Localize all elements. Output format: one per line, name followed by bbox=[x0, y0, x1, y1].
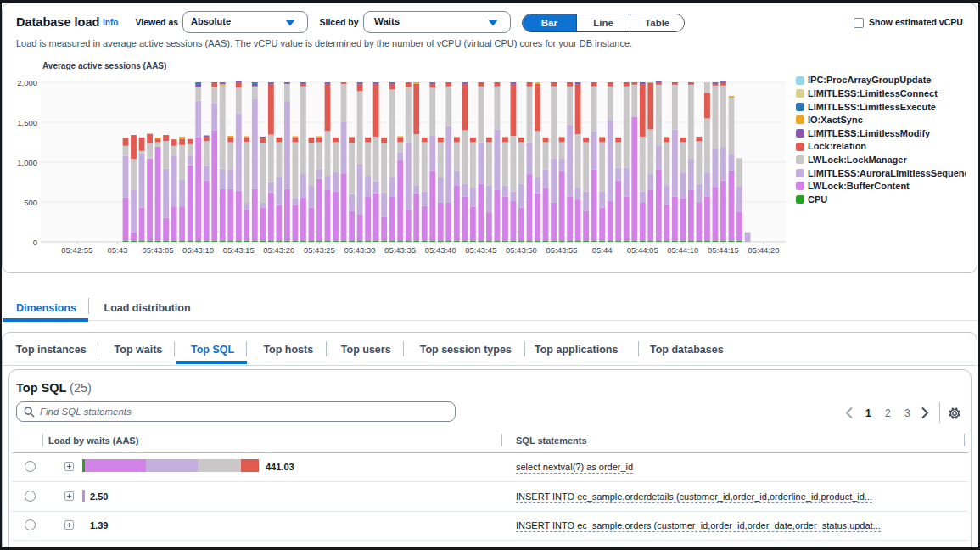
svg-text:05:44:15: 05:44:15 bbox=[708, 245, 739, 255]
svg-text:500: 500 bbox=[24, 198, 37, 207]
svg-text:05:44: 05:44 bbox=[592, 245, 613, 255]
svg-text:05:44:05: 05:44:05 bbox=[627, 245, 658, 255]
svg-text:05:43:05: 05:43:05 bbox=[143, 245, 174, 255]
svg-text:05:44:10: 05:44:10 bbox=[667, 245, 698, 255]
svg-text:05:43:35: 05:43:35 bbox=[384, 245, 416, 255]
svg-text:Average active sessions (AAS): Average active sessions (AAS) bbox=[42, 61, 166, 70]
svg-text:2,000: 2,000 bbox=[17, 78, 37, 87]
svg-text:05:43:45: 05:43:45 bbox=[465, 245, 496, 255]
svg-text:05:43:40: 05:43:40 bbox=[425, 245, 456, 255]
svg-text:05:43:10: 05:43:10 bbox=[182, 245, 214, 255]
svg-text:0: 0 bbox=[33, 238, 37, 247]
svg-text:05:43:20: 05:43:20 bbox=[263, 245, 294, 255]
svg-text:05:44:20: 05:44:20 bbox=[748, 245, 780, 255]
svg-text:05:43:55: 05:43:55 bbox=[546, 245, 578, 255]
svg-text:05:43:50: 05:43:50 bbox=[506, 245, 537, 255]
svg-text:05:43: 05:43 bbox=[108, 245, 128, 255]
svg-text:05:43:30: 05:43:30 bbox=[344, 245, 376, 255]
svg-text:05:42:55: 05:42:55 bbox=[61, 245, 92, 255]
svg-text:1,000: 1,000 bbox=[17, 158, 37, 167]
svg-text:05:43:15: 05:43:15 bbox=[223, 245, 255, 255]
svg-text:1,500: 1,500 bbox=[17, 118, 37, 127]
svg-text:05:43:25: 05:43:25 bbox=[304, 245, 335, 255]
